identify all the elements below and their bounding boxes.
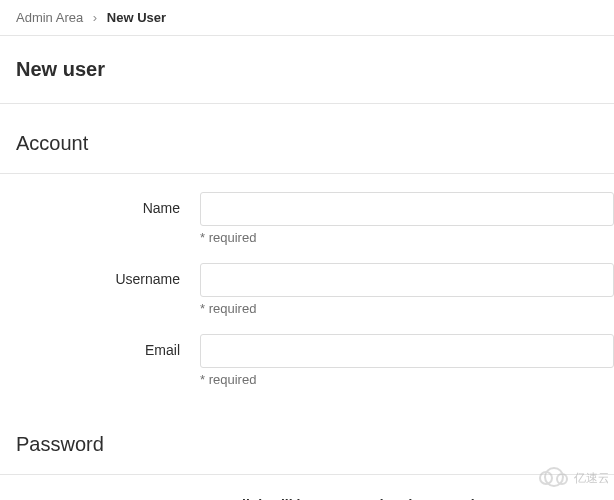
hint-username: * required (200, 301, 614, 316)
breadcrumb-root-link[interactable]: Admin Area (16, 10, 83, 25)
password-info-line1: Reset link will be generated and sent to… (200, 495, 614, 500)
section-title-account: Account (0, 104, 614, 174)
email-field[interactable] (200, 334, 614, 368)
label-name: Name (0, 192, 200, 216)
page-title: New user (0, 36, 614, 104)
svg-text:亿速云: 亿速云 (573, 471, 608, 485)
password-form: Password Reset link will be generated an… (0, 475, 614, 500)
watermark-logo: 亿速云 (536, 460, 608, 494)
hint-email: * required (200, 372, 614, 387)
form-row-username: Username * required (0, 263, 614, 316)
password-info: Reset link will be generated and sent to… (200, 493, 614, 500)
label-email: Email (0, 334, 200, 358)
label-username: Username (0, 263, 200, 287)
chevron-right-icon: › (93, 10, 97, 25)
form-row-password: Password Reset link will be generated an… (0, 493, 614, 500)
section-title-password: Password (0, 405, 614, 475)
breadcrumb: Admin Area › New User (0, 0, 614, 36)
username-field[interactable] (200, 263, 614, 297)
breadcrumb-current: New User (107, 10, 166, 25)
hint-name: * required (200, 230, 614, 245)
form-row-email: Email * required (0, 334, 614, 387)
form-row-name: Name * required (0, 192, 614, 245)
label-password: Password (0, 493, 200, 500)
name-field[interactable] (200, 192, 614, 226)
account-form: Name * required Username * required Emai… (0, 174, 614, 387)
